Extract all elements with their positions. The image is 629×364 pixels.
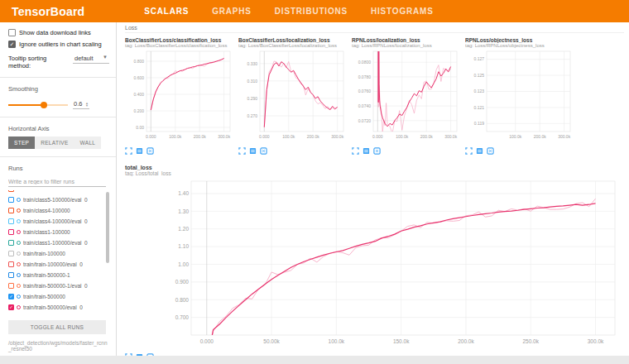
svg-text:100.0k: 100.0k bbox=[169, 134, 182, 139]
tooltip-sorting-dropdown[interactable]: default ▼ bbox=[73, 54, 109, 64]
run-row[interactable]: train/train-100000 bbox=[8, 248, 109, 259]
axis-wall-button[interactable]: WALL bbox=[74, 136, 102, 149]
smoothing-slider[interactable] bbox=[8, 101, 68, 109]
run-checkbox[interactable] bbox=[8, 304, 14, 310]
svg-text:0.400: 0.400 bbox=[133, 92, 144, 97]
run-label: train/class4-100000/eval_0 bbox=[23, 218, 88, 224]
svg-text:0.000: 0.000 bbox=[200, 338, 214, 344]
chart-title: RPNLoss/localization_loss bbox=[352, 37, 460, 43]
run-color-circle bbox=[17, 208, 21, 213]
run-label: train/train-100000/eval_0 bbox=[23, 261, 83, 267]
chart-data-icon[interactable] bbox=[249, 147, 257, 155]
run-row[interactable]: train/train-100000/eval_0 bbox=[8, 259, 109, 270]
run-label: train/train-500000/eval_0 bbox=[23, 304, 83, 310]
show-download-links-label: Show data download links bbox=[19, 29, 91, 36]
fit-domain-icon[interactable] bbox=[487, 147, 494, 155]
run-checkbox[interactable] bbox=[8, 218, 14, 224]
axis-relative-button[interactable]: RELATIVE bbox=[35, 136, 74, 149]
run-row[interactable]: train/train-500000-1 bbox=[8, 270, 109, 280]
divider bbox=[0, 117, 116, 117]
chart-data-icon[interactable] bbox=[476, 147, 483, 155]
run-checkbox[interactable] bbox=[8, 251, 14, 256]
tab-histograms[interactable]: HISTOGRAMS bbox=[371, 7, 434, 16]
svg-text:0.000: 0.000 bbox=[259, 134, 270, 139]
run-label: train/class1-100000/eval_0 bbox=[23, 240, 88, 246]
fit-domain-icon[interactable] bbox=[260, 147, 267, 155]
chart-card: RPNLoss/localization_losstag: Loss/RPNLo… bbox=[352, 37, 460, 155]
expand-chart-icon[interactable] bbox=[465, 147, 473, 155]
tab-graphs[interactable]: GRAPHS bbox=[212, 7, 252, 16]
toggle-all-runs-button[interactable]: TOGGLE ALL RUNS bbox=[8, 320, 106, 334]
run-checkbox[interactable] bbox=[8, 261, 14, 267]
chart-title: RPNLoss/objectness_loss bbox=[465, 37, 574, 43]
svg-text:100.0k: 100.0k bbox=[282, 134, 295, 139]
run-color-circle bbox=[17, 251, 21, 256]
svg-text:200.0k: 200.0k bbox=[194, 134, 207, 139]
expand-chart-icon[interactable] bbox=[352, 147, 359, 155]
show-download-links-row[interactable]: Show data download links bbox=[8, 29, 109, 36]
ignore-outliers-row[interactable]: Ignore outliers in chart scaling bbox=[8, 41, 109, 48]
fit-domain-icon[interactable] bbox=[146, 147, 154, 155]
svg-text:100.0k: 100.0k bbox=[509, 134, 522, 139]
run-checkbox[interactable] bbox=[8, 208, 14, 213]
svg-text:0.125: 0.125 bbox=[473, 73, 484, 78]
run-checkbox[interactable] bbox=[8, 294, 14, 299]
run-row[interactable]: train/class5-100000/eval_0 bbox=[8, 194, 109, 205]
run-row[interactable]: train/class4-100000/eval_0 bbox=[8, 216, 109, 227]
runs-filter-input[interactable] bbox=[8, 177, 106, 187]
svg-text:0.119: 0.119 bbox=[474, 121, 484, 126]
run-color-circle bbox=[17, 305, 21, 309]
tab-distributions[interactable]: DISTRIBUTIONS bbox=[275, 7, 348, 16]
run-checkbox[interactable] bbox=[8, 229, 14, 235]
chart-toolbar bbox=[352, 147, 460, 155]
bottom-strip bbox=[0, 356, 629, 364]
log-directory-path: /object_detection/wgs/models/faster_rcnn… bbox=[8, 340, 108, 352]
nav-tabs: SCALARS GRAPHS DISTRIBUTIONS HISTOGRAMS bbox=[144, 7, 433, 16]
run-label: train/train-500000 bbox=[23, 294, 65, 299]
fit-domain-icon[interactable] bbox=[373, 147, 381, 155]
run-checkbox[interactable] bbox=[8, 272, 14, 278]
svg-text:250.0k: 250.0k bbox=[522, 338, 539, 344]
svg-text:300.0k: 300.0k bbox=[444, 134, 458, 139]
run-checkbox[interactable] bbox=[8, 283, 14, 289]
chart-card: RPNLoss/objectness_losstag: Loss/RPNLoss… bbox=[465, 37, 574, 155]
svg-text:300.0k: 300.0k bbox=[588, 338, 604, 344]
chart-data-icon[interactable] bbox=[136, 147, 143, 155]
fit-domain-icon[interactable] bbox=[146, 353, 154, 356]
divider bbox=[0, 77, 116, 78]
run-row[interactable]: train/class1-100000/eval_0 bbox=[8, 237, 109, 248]
expand-chart-icon[interactable] bbox=[125, 147, 132, 155]
chart-data-icon[interactable] bbox=[136, 353, 143, 356]
show-download-links-checkbox[interactable] bbox=[8, 29, 16, 36]
expand-chart-icon[interactable] bbox=[125, 353, 132, 356]
expand-chart-icon[interactable] bbox=[238, 147, 246, 155]
runs-title: Runs bbox=[8, 165, 109, 172]
axis-step-button[interactable]: STEP bbox=[8, 136, 35, 149]
horizontal-axis-label: Horizontal Axis bbox=[8, 125, 109, 132]
chart-plot: 0.1190.1210.1230.1250.127100.0k200.0k300… bbox=[465, 48, 574, 146]
run-label: train/class5-100000/eval_0 bbox=[23, 197, 88, 203]
run-row[interactable]: train/class1-100000 bbox=[8, 227, 109, 237]
slider-thumb[interactable] bbox=[41, 102, 47, 108]
svg-text:200.0k: 200.0k bbox=[458, 338, 474, 344]
run-row[interactable]: train/train-500000-1/eval_0 bbox=[8, 280, 109, 291]
svg-text:0.00: 0.00 bbox=[136, 125, 144, 130]
chart-toolbar bbox=[465, 147, 574, 155]
tooltip-sorting-value: default bbox=[74, 55, 94, 62]
chart-data-icon[interactable] bbox=[363, 147, 370, 155]
runs-scrollbar[interactable] bbox=[106, 192, 109, 263]
run-label: train/train-500000-1/eval_0 bbox=[23, 283, 88, 289]
run-row[interactable]: train/train-500000/eval_0 bbox=[8, 302, 109, 313]
smoothing-value-field[interactable]: 0.6 ▲▼ bbox=[73, 100, 89, 109]
spinner-arrows-icon[interactable]: ▲▼ bbox=[85, 102, 89, 107]
run-row[interactable]: train/class4-100000 bbox=[8, 205, 109, 216]
run-checkbox[interactable] bbox=[8, 240, 14, 246]
ignore-outliers-checkbox[interactable] bbox=[8, 41, 16, 48]
tab-scalars[interactable]: SCALARS bbox=[144, 7, 189, 16]
chevron-down-icon: ▼ bbox=[103, 55, 108, 62]
svg-text:0.600: 0.600 bbox=[133, 75, 144, 80]
run-row[interactable]: train/train-500000 bbox=[8, 291, 109, 302]
run-checkbox[interactable] bbox=[8, 197, 14, 203]
chart-title: BoxClassifierLoss/classification_loss bbox=[125, 37, 233, 43]
ignore-outliers-label: Ignore outliers in chart scaling bbox=[19, 41, 102, 48]
